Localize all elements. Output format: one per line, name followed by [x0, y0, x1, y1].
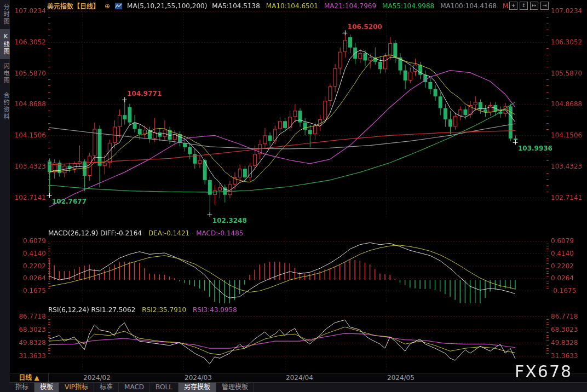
tab-3[interactable]: 标准: [94, 383, 119, 392]
chart-type-icon[interactable]: [115, 3, 122, 9]
sidebar: 分时图K线图闪电图合约资料: [0, 0, 10, 392]
sidebar-item-2[interactable]: 闪电图: [0, 59, 10, 88]
watermark: FX678: [515, 362, 572, 381]
y-axis-label: 0.2202: [11, 262, 46, 270]
chart-toolbar: +↥↦⇥: [509, 2, 549, 10]
y-axis-label: 104.8688: [551, 100, 587, 108]
tab-7[interactable]: 管理模板: [216, 383, 254, 392]
symbol-title: 美元指数【日线】: [47, 1, 100, 10]
y-axis-label: 0.6079: [551, 237, 587, 245]
sidebar-item-0[interactable]: 分时图: [0, 0, 10, 29]
y-axis-label: 0.0264: [11, 274, 46, 282]
y-axis-label: 0.6079: [11, 237, 46, 245]
ma-params: MA(5,10,21,55,100,200): [127, 2, 207, 10]
tab-6[interactable]: 另存模板: [179, 383, 216, 392]
tab-2[interactable]: VIP指标: [59, 383, 94, 392]
y-axis-label: 31.3633: [11, 352, 46, 360]
y-axis-label: 0.0264: [551, 274, 587, 282]
tab-5[interactable]: BOLL: [150, 383, 179, 392]
tab-0[interactable]: 指标: [10, 383, 34, 392]
rsi-header: RSI(6,12,24) RSI1:27.5062RSI2:35.7910RSI…: [48, 306, 237, 314]
y-axis-label: 31.3633: [551, 352, 587, 360]
y-axis-label: 107.0234: [11, 7, 46, 15]
indicator-value: MACD(26,12,9) DIFF:-0.2164: [48, 229, 142, 237]
y-axis-label: 105.5870: [11, 70, 46, 77]
price-annotation: 103.9936: [518, 145, 553, 152]
y-axis-label: 107.0234: [551, 7, 587, 15]
indicator-value: RSI(6,12,24) RSI1:27.5062: [48, 306, 135, 314]
price-annotation: 102.7677: [52, 198, 87, 205]
scale-horizontal-icon[interactable]: ↦: [530, 2, 538, 10]
y-axis-label: 103.4323: [551, 163, 587, 170]
y-axis-label: 0.4140: [11, 250, 46, 257]
app-root: 分时图K线图闪电图合约资料 美元指数【日线】 ⊕ MA(5,10,21,55,1…: [0, 0, 587, 392]
price-annotation: 106.5200: [348, 23, 382, 31]
y-axis-label: 104.1506: [11, 131, 46, 139]
y-axis-label: 102.7141: [551, 194, 587, 201]
x-axis-date-label: 2024/04: [286, 374, 313, 382]
price-annotation: 102.3248: [212, 217, 247, 224]
indicator-value: DEA:-0.1421: [148, 229, 189, 237]
y-axis-label: 0.4140: [551, 250, 587, 257]
y-axis-label: 68.3023: [551, 326, 587, 333]
y-axis-label: -0.1675: [11, 287, 46, 295]
y-axis-label: 104.1506: [551, 131, 587, 139]
crosshair-icon[interactable]: +: [509, 2, 517, 10]
y-axis-label: 102.7141: [11, 194, 46, 201]
sidebar-item-3[interactable]: 合约资料: [0, 88, 10, 124]
add-favorite-icon[interactable]: ⊕: [105, 2, 110, 10]
y-axis-label: 106.3052: [551, 38, 587, 46]
indicator-value: RSI2:35.7910: [142, 306, 186, 314]
jump-latest-icon[interactable]: ⇥: [540, 2, 549, 10]
tab-4[interactable]: MACD: [119, 383, 150, 392]
macd-header: MACD(26,12,9) DIFF:-0.2164DEA:-0.1421MAC…: [48, 229, 244, 237]
y-axis-label: 68.3023: [11, 326, 46, 333]
y-axis-label: 0.2202: [551, 262, 587, 270]
tab-1[interactable]: 模板: [34, 383, 59, 392]
scale-vertical-icon[interactable]: ↥: [520, 2, 528, 10]
x-axis-date-label: 2024/02: [83, 374, 111, 382]
ma-legend-item: MA100:104.4168: [440, 2, 497, 10]
bottom-tab-bar: 指标模板VIP指标标准MACDBOLL另存模板管理模板: [10, 382, 587, 392]
y-axis-label: 86.7718: [551, 313, 587, 320]
ma-legend: MA5:104.5138MA10:104.6501MA21:104.7969MA…: [212, 2, 513, 10]
price-annotation: 104.9771: [127, 90, 162, 97]
y-axis-label: 86.7718: [11, 313, 46, 320]
chart-header: 美元指数【日线】 ⊕ MA(5,10,21,55,100,200) MA5:10…: [47, 1, 513, 10]
indicator-value: MACD:-0.1485: [196, 229, 243, 237]
x-axis-date-label: 2024/03: [185, 374, 212, 382]
chart-canvas[interactable]: [0, 0, 587, 392]
ma-legend-item: MA10:104.6501: [266, 2, 318, 10]
period-selector[interactable]: 日线 ▲: [10, 373, 49, 382]
y-axis-label: 103.4323: [11, 163, 46, 170]
y-axis-label: -0.1675: [551, 287, 587, 295]
y-axis-label: 104.8688: [11, 100, 46, 108]
indicator-value: RSI3:43.0958: [193, 306, 237, 314]
ma-legend-item: MA21:104.7969: [324, 2, 376, 10]
y-axis-label: 49.8328: [551, 339, 587, 347]
x-axis-date-label: 2024/05: [387, 374, 415, 382]
sidebar-item-1[interactable]: K线图: [0, 29, 10, 59]
y-axis-label: 49.8328: [11, 339, 46, 347]
ma-legend-item: MA5:104.5138: [212, 2, 260, 10]
y-axis-label: 106.3052: [11, 38, 46, 46]
ma-legend-item: MA55:104.9988: [382, 2, 434, 10]
y-axis-label: 105.5870: [551, 70, 587, 77]
